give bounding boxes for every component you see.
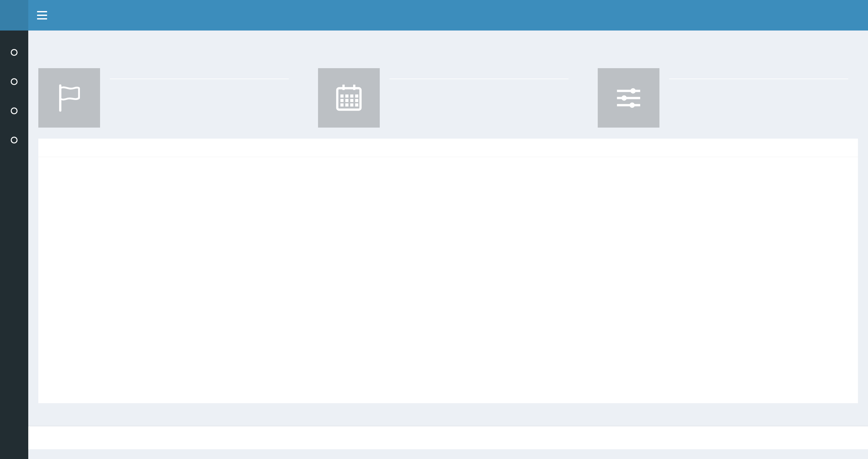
sidebar: [0, 31, 28, 459]
app-logo[interactable]: [0, 0, 28, 31]
circle-icon: [11, 78, 18, 85]
calendar-icon: [335, 84, 363, 112]
circle-icon: [11, 49, 18, 56]
info-box-row: [38, 68, 858, 128]
line-chart-legend: [294, 171, 352, 179]
line-marker-icon: [331, 171, 350, 179]
legend-item-success[interactable]: [610, 167, 628, 176]
sidebar-item-3[interactable]: [0, 96, 28, 125]
divider: [390, 78, 568, 79]
sidebar-toggle-button[interactable]: [28, 0, 56, 31]
legend-swatch-icon: [610, 181, 624, 190]
info-box-icon-area: [38, 68, 100, 128]
info-box-jobs: [38, 68, 299, 128]
panel-title: [38, 139, 858, 157]
divider: [110, 78, 289, 79]
pie-chart-section: [610, 165, 845, 393]
hamburger-icon: [37, 11, 47, 12]
circle-icon: [11, 107, 18, 114]
sidebar-item-2[interactable]: [0, 67, 28, 96]
success-ratio-pie-chart: [610, 191, 845, 371]
main-content: [28, 0, 868, 449]
circle-icon: [11, 137, 18, 143]
legend-item-success[interactable]: [294, 171, 316, 179]
pie-chart-legend: [610, 167, 628, 190]
info-box-executors: [598, 68, 858, 128]
report-panel: [38, 139, 858, 403]
info-box-triggers: [318, 68, 578, 128]
date-distribution-chart: [51, 186, 596, 393]
info-box-icon-area: [598, 68, 659, 128]
panel-body: [38, 157, 858, 403]
sidebar-item-1[interactable]: [0, 38, 28, 67]
page-header: [28, 31, 868, 57]
divider: [669, 78, 848, 79]
sidebar-item-4[interactable]: [0, 125, 28, 155]
sliders-icon: [614, 84, 643, 112]
legend-swatch-icon: [610, 167, 624, 176]
legend-item-fail[interactable]: [331, 171, 352, 179]
flag-icon: [55, 84, 84, 112]
line-chart-section: [51, 165, 596, 393]
top-navbar: [0, 0, 868, 31]
line-marker-icon: [294, 171, 313, 179]
footer: [28, 426, 868, 449]
legend-item-fail[interactable]: [610, 181, 628, 190]
info-box-icon-area: [318, 68, 380, 128]
page-title: [38, 40, 858, 57]
